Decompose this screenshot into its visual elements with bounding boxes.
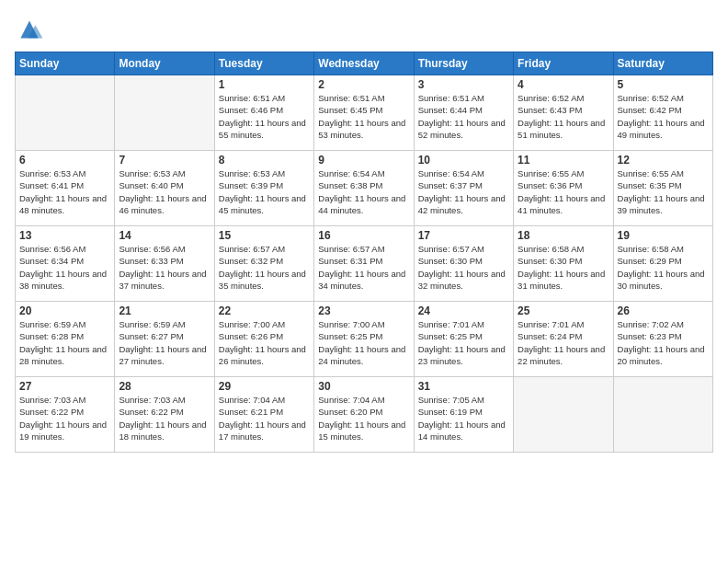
calendar-week-row-1: 1Sunrise: 6:51 AMSunset: 6:46 PMDaylight… — [16, 75, 713, 151]
calendar-cell-3: 3Sunrise: 6:51 AMSunset: 6:44 PMDaylight… — [414, 75, 513, 151]
day-info: Sunrise: 6:56 AMSunset: 6:34 PMDaylight:… — [19, 243, 110, 292]
calendar-cell-24: 24Sunrise: 7:01 AMSunset: 6:25 PMDayligh… — [414, 302, 513, 377]
weekday-header-thursday: Thursday — [414, 52, 513, 75]
day-info: Sunrise: 6:51 AMSunset: 6:44 PMDaylight:… — [418, 92, 509, 141]
day-number: 12 — [618, 154, 709, 167]
day-info: Sunrise: 6:57 AMSunset: 6:30 PMDaylight:… — [418, 243, 509, 292]
logo-icon — [15, 15, 44, 44]
day-info: Sunrise: 7:02 AMSunset: 6:23 PMDaylight:… — [618, 318, 709, 367]
day-number: 13 — [19, 229, 110, 242]
day-info: Sunrise: 6:53 AMSunset: 6:39 PMDaylight:… — [219, 167, 310, 216]
calendar-cell-15: 15Sunrise: 6:57 AMSunset: 6:32 PMDayligh… — [214, 226, 313, 302]
day-number: 7 — [119, 154, 210, 167]
day-number: 3 — [418, 78, 509, 91]
calendar-cell-26: 26Sunrise: 7:02 AMSunset: 6:23 PMDayligh… — [613, 302, 712, 377]
day-number: 6 — [19, 154, 110, 167]
calendar-cell-29: 29Sunrise: 7:04 AMSunset: 6:21 PMDayligh… — [214, 377, 313, 453]
day-number: 10 — [418, 154, 509, 167]
calendar-week-row-2: 6Sunrise: 6:53 AMSunset: 6:41 PMDaylight… — [16, 151, 713, 226]
day-info: Sunrise: 6:52 AMSunset: 6:43 PMDaylight:… — [518, 92, 609, 141]
calendar-cell-12: 12Sunrise: 6:55 AMSunset: 6:35 PMDayligh… — [613, 151, 712, 226]
day-number: 27 — [19, 380, 110, 393]
calendar-cell-19: 19Sunrise: 6:58 AMSunset: 6:29 PMDayligh… — [613, 226, 712, 302]
calendar-cell-empty — [16, 75, 115, 151]
calendar-cell-13: 13Sunrise: 6:56 AMSunset: 6:34 PMDayligh… — [16, 226, 115, 302]
weekday-header-sunday: Sunday — [16, 52, 115, 75]
calendar-cell-10: 10Sunrise: 6:54 AMSunset: 6:37 PMDayligh… — [414, 151, 513, 226]
weekday-header-wednesday: Wednesday — [314, 52, 414, 75]
calendar-cell-22: 22Sunrise: 7:00 AMSunset: 6:26 PMDayligh… — [214, 302, 313, 377]
day-number: 30 — [318, 380, 409, 393]
day-info: Sunrise: 6:59 AMSunset: 6:27 PMDaylight:… — [119, 318, 210, 367]
calendar-cell-11: 11Sunrise: 6:55 AMSunset: 6:36 PMDayligh… — [514, 151, 613, 226]
calendar-cell-5: 5Sunrise: 6:52 AMSunset: 6:42 PMDaylight… — [613, 75, 712, 151]
day-number: 17 — [418, 229, 509, 242]
day-info: Sunrise: 7:04 AMSunset: 6:20 PMDaylight:… — [318, 394, 409, 442]
calendar-week-row-5: 27Sunrise: 7:03 AMSunset: 6:22 PMDayligh… — [16, 377, 713, 453]
day-info: Sunrise: 6:53 AMSunset: 6:40 PMDaylight:… — [119, 167, 210, 216]
day-number: 5 — [618, 78, 709, 91]
page: SundayMondayTuesdayWednesdayThursdayFrid… — [0, 0, 728, 563]
day-info: Sunrise: 6:58 AMSunset: 6:30 PMDaylight:… — [518, 243, 609, 292]
day-number: 21 — [119, 304, 210, 317]
day-number: 11 — [518, 154, 609, 167]
day-info: Sunrise: 6:55 AMSunset: 6:36 PMDaylight:… — [518, 167, 609, 216]
day-info: Sunrise: 7:01 AMSunset: 6:24 PMDaylight:… — [518, 318, 609, 367]
calendar-cell-17: 17Sunrise: 6:57 AMSunset: 6:30 PMDayligh… — [414, 226, 513, 302]
calendar-cell-30: 30Sunrise: 7:04 AMSunset: 6:20 PMDayligh… — [314, 377, 414, 453]
calendar-cell-7: 7Sunrise: 6:53 AMSunset: 6:40 PMDaylight… — [115, 151, 214, 226]
calendar-cell-9: 9Sunrise: 6:54 AMSunset: 6:38 PMDaylight… — [314, 151, 414, 226]
day-info: Sunrise: 7:00 AMSunset: 6:25 PMDaylight:… — [318, 318, 409, 367]
calendar-cell-empty — [613, 377, 712, 453]
day-info: Sunrise: 6:55 AMSunset: 6:35 PMDaylight:… — [618, 167, 709, 216]
day-info: Sunrise: 6:54 AMSunset: 6:37 PMDaylight:… — [418, 167, 509, 216]
day-info: Sunrise: 6:51 AMSunset: 6:46 PMDaylight:… — [219, 92, 310, 141]
calendar-cell-1: 1Sunrise: 6:51 AMSunset: 6:46 PMDaylight… — [214, 75, 313, 151]
day-info: Sunrise: 7:00 AMSunset: 6:26 PMDaylight:… — [219, 318, 310, 367]
day-number: 14 — [119, 229, 210, 242]
weekday-header-friday: Friday — [514, 52, 613, 75]
day-number: 29 — [219, 380, 310, 393]
day-number: 28 — [119, 380, 210, 393]
weekday-header-tuesday: Tuesday — [214, 52, 313, 75]
day-info: Sunrise: 6:51 AMSunset: 6:45 PMDaylight:… — [318, 92, 409, 141]
calendar-cell-6: 6Sunrise: 6:53 AMSunset: 6:41 PMDaylight… — [16, 151, 115, 226]
calendar-cell-20: 20Sunrise: 6:59 AMSunset: 6:28 PMDayligh… — [16, 302, 115, 377]
day-info: Sunrise: 6:58 AMSunset: 6:29 PMDaylight:… — [618, 243, 709, 292]
day-number: 19 — [618, 229, 709, 242]
calendar-cell-27: 27Sunrise: 7:03 AMSunset: 6:22 PMDayligh… — [16, 377, 115, 453]
day-number: 25 — [518, 304, 609, 317]
weekday-header-saturday: Saturday — [613, 52, 712, 75]
day-info: Sunrise: 6:54 AMSunset: 6:38 PMDaylight:… — [318, 167, 409, 216]
day-number: 15 — [219, 229, 310, 242]
day-info: Sunrise: 6:56 AMSunset: 6:33 PMDaylight:… — [119, 243, 210, 292]
calendar-cell-empty — [514, 377, 613, 453]
day-info: Sunrise: 6:57 AMSunset: 6:31 PMDaylight:… — [318, 243, 409, 292]
day-number: 24 — [418, 304, 509, 317]
day-info: Sunrise: 7:04 AMSunset: 6:21 PMDaylight:… — [219, 394, 310, 442]
calendar-cell-2: 2Sunrise: 6:51 AMSunset: 6:45 PMDaylight… — [314, 75, 414, 151]
day-number: 31 — [418, 380, 509, 393]
day-number: 1 — [219, 78, 310, 91]
calendar-cell-empty — [115, 75, 214, 151]
day-info: Sunrise: 7:03 AMSunset: 6:22 PMDaylight:… — [119, 394, 210, 442]
day-number: 8 — [219, 154, 310, 167]
calendar-cell-25: 25Sunrise: 7:01 AMSunset: 6:24 PMDayligh… — [514, 302, 613, 377]
day-number: 9 — [318, 154, 409, 167]
day-number: 22 — [219, 304, 310, 317]
day-info: Sunrise: 6:57 AMSunset: 6:32 PMDaylight:… — [219, 243, 310, 292]
day-info: Sunrise: 6:53 AMSunset: 6:41 PMDaylight:… — [19, 167, 110, 216]
weekday-header-row: SundayMondayTuesdayWednesdayThursdayFrid… — [16, 52, 713, 75]
day-number: 16 — [318, 229, 409, 242]
calendar-week-row-3: 13Sunrise: 6:56 AMSunset: 6:34 PMDayligh… — [16, 226, 713, 302]
day-number: 4 — [518, 78, 609, 91]
calendar-cell-14: 14Sunrise: 6:56 AMSunset: 6:33 PMDayligh… — [115, 226, 214, 302]
calendar-cell-4: 4Sunrise: 6:52 AMSunset: 6:43 PMDaylight… — [514, 75, 613, 151]
calendar-cell-16: 16Sunrise: 6:57 AMSunset: 6:31 PMDayligh… — [314, 226, 414, 302]
calendar-cell-23: 23Sunrise: 7:00 AMSunset: 6:25 PMDayligh… — [314, 302, 414, 377]
calendar-week-row-4: 20Sunrise: 6:59 AMSunset: 6:28 PMDayligh… — [16, 302, 713, 377]
day-number: 20 — [19, 304, 110, 317]
logo — [15, 15, 46, 44]
calendar-cell-28: 28Sunrise: 7:03 AMSunset: 6:22 PMDayligh… — [115, 377, 214, 453]
header — [15, 15, 713, 44]
